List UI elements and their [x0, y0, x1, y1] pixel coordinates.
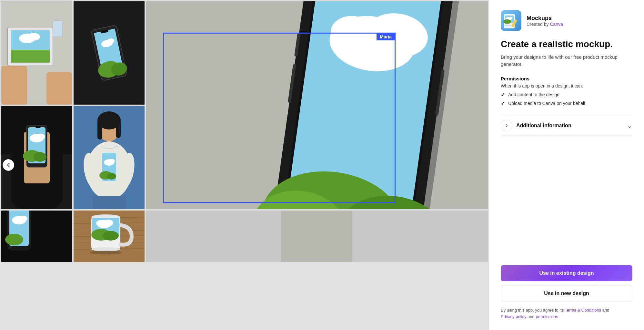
terms-link[interactable]: Terms & Conditions	[565, 308, 601, 313]
canva-link[interactable]: Canva	[550, 22, 563, 27]
mockup-cell-small-phone	[1, 211, 72, 262]
svg-rect-9	[53, 21, 63, 37]
legal-text: By using this app, you agree to its Term…	[501, 307, 632, 320]
additional-info-row[interactable]: Additional information ⌄	[501, 116, 632, 136]
preview-panel: Maria	[0, 0, 489, 330]
svg-rect-62	[93, 196, 125, 209]
user-label: Maria	[377, 33, 395, 40]
svg-point-57	[108, 159, 115, 163]
svg-point-67	[18, 216, 27, 222]
svg-point-43	[36, 134, 45, 139]
svg-rect-46	[35, 126, 41, 128]
cta-section: Use in existing design Use in new design…	[501, 265, 632, 320]
app-title-group: Mockups Created by Canva	[527, 15, 563, 27]
mockup-cell-empty	[146, 211, 488, 262]
main-description: Bring your designs to life with our free…	[501, 54, 632, 68]
mockup-cell-top-mid	[74, 1, 145, 105]
svg-point-87	[90, 251, 122, 254]
main-title: Create a realistic mockup.	[501, 39, 632, 50]
selection-indicator: Maria	[163, 33, 396, 203]
additional-info-label: Additional information	[516, 123, 623, 129]
check-icon-2: ✓	[501, 100, 505, 107]
svg-point-86	[103, 231, 119, 241]
check-icon-1: ✓	[501, 92, 505, 98]
permission-item-2: ✓ Upload media to Canva on your behalf	[501, 100, 632, 107]
permissions-section: Permissions When this app is open in a d…	[501, 76, 632, 109]
permission-text-2: Upload media to Canva on your behalf	[508, 101, 585, 106]
mockup-cell-mug	[74, 211, 145, 262]
app-header: Mockups Created by Canva	[501, 10, 632, 31]
svg-point-84	[96, 220, 105, 226]
svg-point-93	[508, 17, 512, 19]
svg-rect-50	[97, 120, 102, 139]
svg-point-59	[107, 173, 116, 180]
svg-rect-8	[46, 72, 72, 105]
svg-rect-7	[1, 66, 27, 105]
svg-point-45	[34, 152, 46, 162]
mockup-cell-holding	[1, 106, 72, 209]
app-info-panel: Mockups Created by Canva Create a realis…	[489, 0, 644, 330]
svg-rect-88	[281, 211, 352, 262]
svg-point-68	[5, 234, 23, 245]
nav-back-button[interactable]	[3, 159, 14, 171]
permissions-subtext: When this app is open in a design, it ca…	[501, 83, 632, 88]
app-creator: Created by Canva	[527, 22, 563, 27]
mockup-cell-top-left	[1, 1, 72, 105]
mockup-mosaic: Maria	[0, 0, 489, 330]
permission-item-1: ✓ Add content to the design	[501, 92, 632, 98]
app-icon	[501, 10, 521, 31]
mockup-cell-woman	[74, 106, 145, 209]
use-new-button[interactable]: Use in new design	[501, 285, 632, 302]
app-title: Mockups	[527, 15, 563, 22]
permissions-heading: Permissions	[501, 76, 632, 81]
svg-point-94	[503, 19, 511, 24]
info-expand-button[interactable]	[501, 120, 512, 131]
use-existing-button[interactable]: Use in existing design	[501, 265, 632, 281]
svg-rect-6	[11, 50, 50, 63]
svg-point-83	[104, 220, 113, 226]
permissions-link[interactable]: permissions	[536, 314, 558, 319]
privacy-link[interactable]: Privacy policy	[501, 314, 526, 319]
permission-text-1: Add content to the design	[508, 92, 559, 97]
mockup-cell-main: Maria	[146, 1, 488, 209]
chevron-down-icon: ⌄	[627, 122, 632, 129]
svg-rect-51	[116, 120, 121, 138]
svg-point-5	[27, 33, 40, 41]
